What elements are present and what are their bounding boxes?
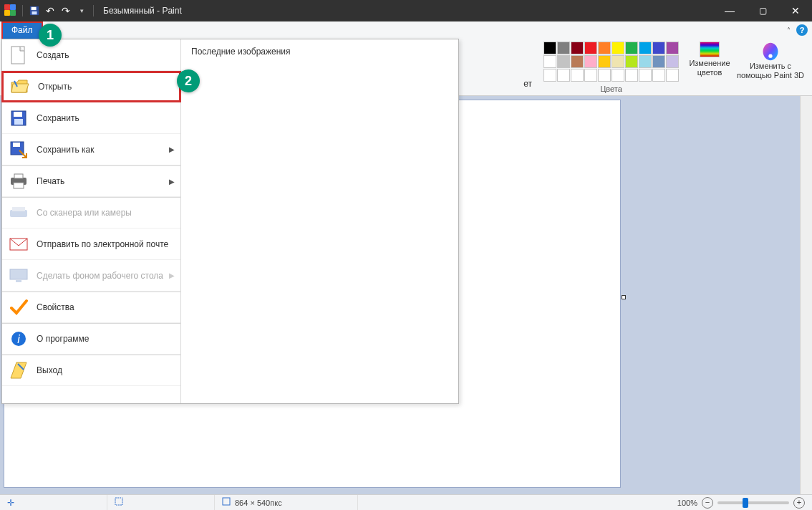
color-swatch[interactable] [625, 69, 638, 82]
collapse-ribbon-icon[interactable]: ˄ [787, 27, 791, 34]
color-swatch[interactable] [639, 69, 652, 82]
color-swatch[interactable] [625, 55, 638, 68]
file-menu-print[interactable]: Печать ▶ [2, 165, 180, 197]
status-bar: ✛ 864 × 540пкс 100% − + [0, 494, 812, 510]
scanner-icon [8, 202, 29, 223]
file-menu-exit[interactable]: Выход [2, 355, 180, 386]
exit-icon [8, 360, 29, 381]
submenu-arrow-icon: ▶ [169, 178, 175, 186]
undo-icon[interactable]: ↶ [44, 4, 57, 17]
color-swatch[interactable] [543, 55, 556, 68]
file-menu-about[interactable]: i О программе [2, 323, 180, 355]
status-selection-size [107, 495, 215, 510]
color-swatch[interactable] [598, 69, 611, 82]
zoom-slider[interactable] [717, 501, 789, 504]
svg-rect-16 [10, 269, 27, 279]
truncated-label: ет [512, 39, 532, 89]
status-cursor-pos: ✛ [0, 495, 107, 510]
color-swatch[interactable] [557, 55, 570, 68]
zoom-level-text: 100% [677, 499, 697, 507]
color-swatch[interactable] [666, 42, 679, 54]
selection-size-icon [115, 497, 123, 508]
svg-rect-2 [32, 11, 37, 14]
svg-rect-14 [12, 207, 25, 211]
help-icon[interactable]: ? [796, 24, 808, 36]
redo-icon[interactable]: ↷ [59, 4, 72, 17]
close-button[interactable]: ✕ [779, 0, 812, 21]
zoom-slider-thumb[interactable] [743, 498, 748, 508]
color-swatch[interactable] [543, 42, 556, 54]
file-menu-about-label: О программе [37, 334, 175, 344]
zoom-controls: 100% − + [670, 497, 812, 509]
file-menu-email-label: Отправить по электронной почте [37, 239, 175, 249]
color-swatch[interactable] [598, 42, 611, 54]
cursor-pos-icon: ✛ [7, 498, 14, 508]
color-swatch[interactable] [666, 69, 679, 82]
file-menu-properties[interactable]: Свойства [2, 292, 180, 323]
file-menu-items: Создать Открыть Сохранить Сохранить как … [2, 39, 181, 403]
color-swatch[interactable] [571, 55, 584, 68]
status-spacer [358, 495, 670, 510]
status-image-size: 864 × 540пкс [215, 495, 358, 510]
paint3d-label-1: Изменить с [750, 62, 791, 71]
color-swatch[interactable] [557, 69, 570, 82]
color-swatch[interactable] [584, 69, 597, 82]
color-swatch[interactable] [612, 55, 624, 68]
color-swatch[interactable] [652, 42, 665, 54]
svg-rect-17 [16, 280, 21, 282]
color-swatch[interactable] [571, 69, 584, 82]
qat-dropdown-icon[interactable]: ▾ [75, 4, 88, 17]
file-menu-open-label: Открыть [38, 82, 173, 92]
printer-icon [8, 170, 29, 192]
file-menu-save-as[interactable]: Сохранить как ▶ [2, 134, 180, 165]
minimize-button[interactable]: — [713, 0, 746, 21]
save-file-icon [8, 107, 29, 129]
svg-rect-1 [32, 7, 37, 10]
recent-images-title: Последние изображения [191, 47, 448, 57]
color-swatch[interactable] [666, 55, 679, 68]
color-swatch[interactable] [652, 69, 665, 82]
zoom-out-button[interactable]: − [702, 497, 713, 509]
vertical-scrollbar[interactable] [800, 96, 812, 494]
file-menu-save[interactable]: Сохранить [2, 102, 180, 134]
svg-point-3 [768, 54, 772, 58]
color-swatch[interactable] [652, 55, 665, 68]
save-as-icon [8, 139, 29, 160]
svg-rect-21 [223, 498, 230, 505]
maximize-button[interactable]: ▢ [746, 0, 779, 21]
paint3d-button[interactable]: Изменить с помощью Paint 3D [735, 39, 806, 80]
color-swatch[interactable] [612, 42, 624, 54]
zoom-in-button[interactable]: + [793, 497, 805, 509]
colors-group-label: Цвета [600, 85, 622, 93]
colors-group: Цвета [538, 39, 685, 93]
file-menu-new-label: Создать [37, 50, 175, 60]
file-menu-save-label: Сохранить [37, 113, 175, 123]
file-menu-open[interactable]: Открыть [1, 71, 181, 102]
color-swatch[interactable] [584, 55, 597, 68]
desktop-icon [8, 265, 29, 287]
email-icon [8, 234, 29, 255]
file-menu-wallpaper: Сделать фоном рабочего стола ▶ [2, 260, 180, 292]
color-swatch[interactable] [612, 69, 624, 82]
file-menu-email[interactable]: Отправить по электронной почте [2, 228, 180, 260]
color-swatch[interactable] [557, 42, 570, 54]
color-swatch[interactable] [543, 69, 556, 82]
edit-colors-button[interactable]: Изменение цветов [685, 39, 735, 77]
color-swatch[interactable] [571, 42, 584, 54]
annotation-1: 1 [39, 24, 62, 47]
color-swatch[interactable] [639, 55, 652, 68]
file-tab[interactable]: Файл [1, 21, 43, 39]
save-icon[interactable] [28, 4, 41, 17]
file-menu-new[interactable]: Создать [2, 39, 180, 71]
resize-handle-right[interactable] [622, 295, 626, 299]
color-swatch[interactable] [625, 42, 638, 54]
color-swatch[interactable] [598, 55, 611, 68]
status-image-size-text: 864 × 540пкс [235, 499, 282, 507]
paint3d-label-2: помощью Paint 3D [737, 71, 804, 80]
submenu-arrow-icon: ▶ [169, 271, 175, 279]
color-swatch[interactable] [639, 42, 652, 54]
edit-colors-label: Изменение цветов [686, 59, 733, 77]
file-menu-scanner-label: Со сканера или камеры [37, 208, 175, 218]
color-palette [543, 42, 679, 82]
color-swatch[interactable] [584, 42, 597, 54]
